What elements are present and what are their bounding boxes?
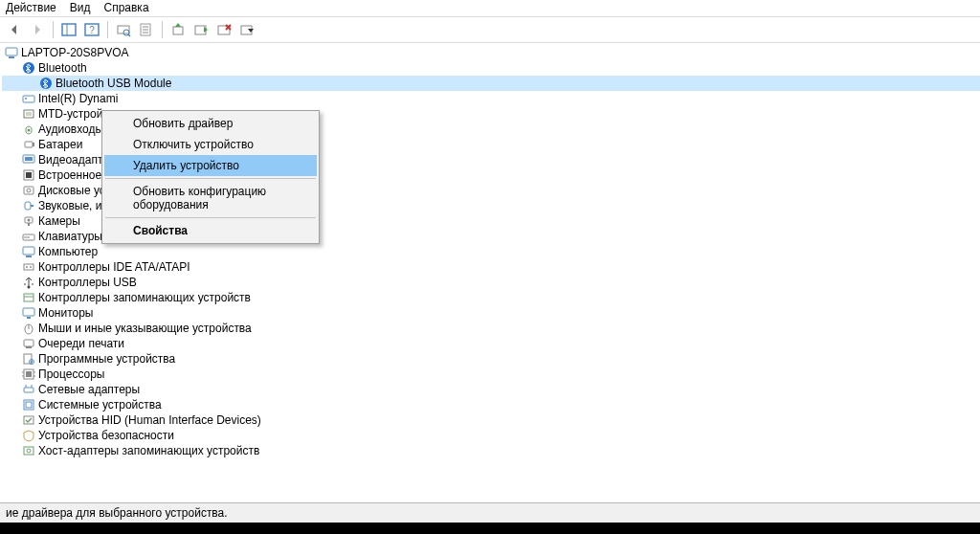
svg-rect-31 xyxy=(25,142,33,147)
status-bar: ие драйвера для выбранного устройства. xyxy=(0,502,980,523)
tree-category-label: Сетевые адаптеры xyxy=(38,382,140,397)
tree-category[interactable]: Мыши и иные указывающие устройства xyxy=(2,321,980,336)
help-button[interactable]: ? xyxy=(81,19,102,40)
category-icon xyxy=(21,198,36,213)
svg-rect-65 xyxy=(26,371,32,377)
category-icon xyxy=(21,443,36,458)
svg-rect-56 xyxy=(23,308,34,316)
status-text: ие драйвера для выбранного устройства. xyxy=(6,506,228,520)
tree-category[interactable]: Intel(R) Dynami xyxy=(2,91,980,106)
svg-point-77 xyxy=(27,449,31,453)
category-icon xyxy=(21,244,36,259)
category-icon xyxy=(21,229,36,244)
tree-category[interactable]: Компьютер xyxy=(2,244,980,259)
svg-rect-43 xyxy=(28,223,30,226)
category-icon xyxy=(21,367,36,382)
ctx-update-driver[interactable]: Обновить драйвер xyxy=(104,113,317,134)
svg-point-38 xyxy=(27,189,31,192)
context-menu: Обновить драйвер Отключить устройство Уд… xyxy=(101,110,320,244)
svg-rect-34 xyxy=(25,157,33,161)
ctx-properties[interactable]: Свойства xyxy=(104,220,317,241)
tree-category-label: Контроллеры IDE ATA/ATAPI xyxy=(38,259,190,275)
tree-category-label: Камеры xyxy=(38,213,80,229)
category-icon xyxy=(21,137,36,152)
show-hide-console-button[interactable] xyxy=(58,19,79,40)
device-tree[interactable]: LAPTOP-20S8PVOA Bluetooth Bluetooth USB … xyxy=(0,43,980,502)
tree-category[interactable]: Очереди печати xyxy=(2,336,980,351)
tree-category-bluetooth[interactable]: Bluetooth xyxy=(2,60,980,76)
category-icon xyxy=(21,351,36,367)
svg-point-51 xyxy=(26,266,28,268)
nav-forward-button[interactable] xyxy=(27,19,48,40)
bluetooth-icon xyxy=(38,76,54,91)
tree-device-bluetooth-usb-module[interactable]: Bluetooth USB Module xyxy=(2,76,980,91)
toolbar-separator xyxy=(107,21,108,38)
tree-category[interactable]: Системные устройства xyxy=(2,397,980,412)
enable-device-button[interactable] xyxy=(190,19,212,40)
ctx-divider xyxy=(105,178,316,179)
category-icon xyxy=(21,290,36,305)
tree-category[interactable]: Устройства безопасности xyxy=(2,428,980,443)
tree-category[interactable]: Хост-адаптеры запоминающих устройств xyxy=(2,443,980,458)
svg-rect-49 xyxy=(26,256,32,257)
svg-marker-14 xyxy=(175,23,181,27)
ctx-uninstall-device[interactable]: Удалить устройство xyxy=(104,155,317,176)
svg-line-8 xyxy=(128,34,130,36)
ctx-scan-hardware[interactable]: Обновить конфигурацию оборудования xyxy=(104,181,317,215)
tree-category-label: Контроллеры запоминающих устройств xyxy=(38,290,251,305)
nav-back-button[interactable] xyxy=(4,19,25,40)
menubar: Действие Вид Справка xyxy=(0,0,980,17)
tree-category-label: Батареи xyxy=(38,137,82,152)
svg-marker-21 xyxy=(248,29,254,33)
tree-category-label: Программные устройства xyxy=(38,351,175,367)
tree-category-label: Bluetooth xyxy=(38,60,87,76)
tree-category-label: Устройства HID (Human Interface Devices) xyxy=(38,412,261,428)
svg-point-42 xyxy=(28,219,31,222)
tree-category[interactable]: Контроллеры USB xyxy=(2,275,980,290)
tree-category[interactable]: Процессоры xyxy=(2,367,980,382)
tree-category-label: Мониторы xyxy=(38,305,93,321)
tree-category[interactable]: Сетевые адаптеры xyxy=(2,382,980,397)
bluetooth-icon xyxy=(21,60,36,76)
svg-rect-50 xyxy=(24,264,33,270)
tree-category[interactable]: Контроллеры запоминающих устройств xyxy=(2,290,980,305)
tree-category[interactable]: Устройства HID (Human Interface Devices) xyxy=(2,412,980,428)
tree-root[interactable]: LAPTOP-20S8PVOA xyxy=(2,45,980,60)
svg-point-27 xyxy=(25,98,27,100)
category-icon xyxy=(21,336,36,351)
menu-help[interactable]: Справка xyxy=(103,1,148,14)
update-driver-button[interactable] xyxy=(167,19,189,40)
svg-text:?: ? xyxy=(89,25,95,35)
bottom-strip xyxy=(0,523,980,534)
ctx-disable-device[interactable]: Отключить устройство xyxy=(104,134,317,155)
disable-device-button[interactable] xyxy=(213,19,234,40)
svg-point-53 xyxy=(28,286,31,289)
category-icon xyxy=(21,397,36,412)
tree-category[interactable]: Мониторы xyxy=(2,305,980,321)
category-icon xyxy=(21,91,36,106)
menu-view[interactable]: Вид xyxy=(70,1,91,14)
tree-category[interactable]: Программные устройства xyxy=(2,351,980,367)
tree-category-label: Клавиатуры xyxy=(38,229,102,244)
tree-category[interactable]: Контроллеры IDE ATA/ATAPI xyxy=(2,259,980,275)
scan-hardware-button[interactable] xyxy=(113,19,134,40)
category-icon xyxy=(21,412,36,428)
svg-rect-13 xyxy=(173,27,183,34)
properties-button[interactable] xyxy=(136,19,157,40)
svg-rect-76 xyxy=(24,447,33,455)
tree-category-label: Хост-адаптеры запоминающих устройств xyxy=(38,443,259,458)
svg-rect-61 xyxy=(26,346,32,348)
toolbar: ? xyxy=(0,17,980,43)
menu-action[interactable]: Действие xyxy=(6,1,56,14)
tree-category-label: Системные устройства xyxy=(38,397,162,412)
uninstall-device-button[interactable] xyxy=(236,19,257,40)
svg-rect-40 xyxy=(31,205,33,207)
toolbar-separator xyxy=(162,21,163,38)
category-icon xyxy=(21,275,36,290)
svg-rect-48 xyxy=(23,247,34,255)
tree-root-label: LAPTOP-20S8PVOA xyxy=(21,45,129,60)
tree-category-label: Процессоры xyxy=(38,367,105,382)
svg-rect-26 xyxy=(23,96,34,102)
category-icon xyxy=(21,167,36,183)
category-icon xyxy=(21,428,36,443)
